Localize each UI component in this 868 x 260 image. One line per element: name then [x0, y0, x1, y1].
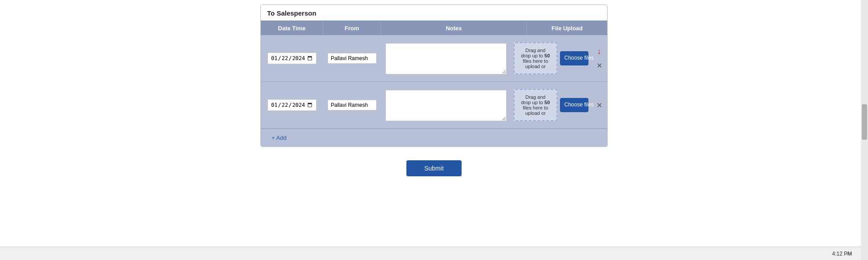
file-upload-cell-2: Drag and drop up to 50 files here to upl… — [511, 86, 591, 124]
header-from: From — [323, 21, 381, 35]
add-button[interactable]: + Add — [265, 131, 293, 145]
notes-textarea-2[interactable] — [385, 90, 507, 121]
notes-textarea-1[interactable] — [385, 43, 507, 74]
from-input-2[interactable] — [328, 100, 377, 110]
file-upload-cell-1: Drag and drop up to 50 files here to upl… — [511, 40, 591, 77]
scrollbar[interactable] — [861, 0, 868, 260]
drop-zone-text-2: Drag and drop up to 50 files here to upl… — [521, 94, 550, 116]
date-cell-1 — [261, 50, 323, 67]
drop-zone-1: Drag and drop up to 50 files here to upl… — [514, 42, 557, 74]
scrollbar-thumb[interactable] — [862, 104, 867, 140]
from-cell-1 — [323, 50, 381, 66]
notes-cell-2 — [381, 86, 511, 124]
header-notes: Notes — [381, 21, 527, 35]
time-display: 4:12 PM — [832, 251, 852, 257]
delete-x-button-1[interactable]: ✕ — [594, 60, 605, 72]
drop-zone-text-1: Drag and drop up to 50 files here to upl… — [521, 48, 550, 69]
notes-cell-1 — [381, 40, 511, 77]
date-cell-2 — [261, 97, 323, 114]
page-wrapper: To Salesperson Date Time From Notes File… — [0, 0, 868, 260]
delete-arrow-button-1[interactable]: ↓ — [595, 45, 604, 58]
row-actions-1: ↓ ✕ — [591, 45, 607, 72]
choose-files-button-2[interactable]: Choose files — [560, 98, 588, 112]
submit-row: Submit — [9, 160, 859, 185]
add-row: + Add — [261, 129, 607, 146]
from-cell-2 — [323, 97, 381, 113]
from-input-1[interactable] — [328, 53, 377, 64]
taskbar: >> 4:12 PM — [0, 247, 861, 260]
delete-x-button-2[interactable]: ✕ — [594, 99, 605, 111]
choose-files-button-1[interactable]: Choose files — [560, 51, 588, 65]
header-datetime: Date Time — [261, 21, 323, 35]
table-row: Drag and drop up to 50 files here to upl… — [261, 82, 607, 129]
row-actions-2: ✕ — [591, 99, 607, 111]
header-fileupload: File Upload — [527, 21, 607, 35]
table-row: Drag and drop up to 50 files here to upl… — [261, 35, 607, 82]
drop-zone-2: Drag and drop up to 50 files here to upl… — [514, 89, 557, 121]
to-salesperson-section: To Salesperson Date Time From Notes File… — [260, 4, 608, 147]
table-header: Date Time From Notes File Upload — [261, 21, 607, 35]
date-input-1[interactable] — [268, 53, 316, 64]
date-input-2[interactable] — [268, 99, 316, 111]
section-title: To Salesperson — [261, 5, 607, 21]
table-body: Drag and drop up to 50 files here to upl… — [261, 35, 607, 146]
submit-button[interactable]: Submit — [406, 160, 462, 176]
